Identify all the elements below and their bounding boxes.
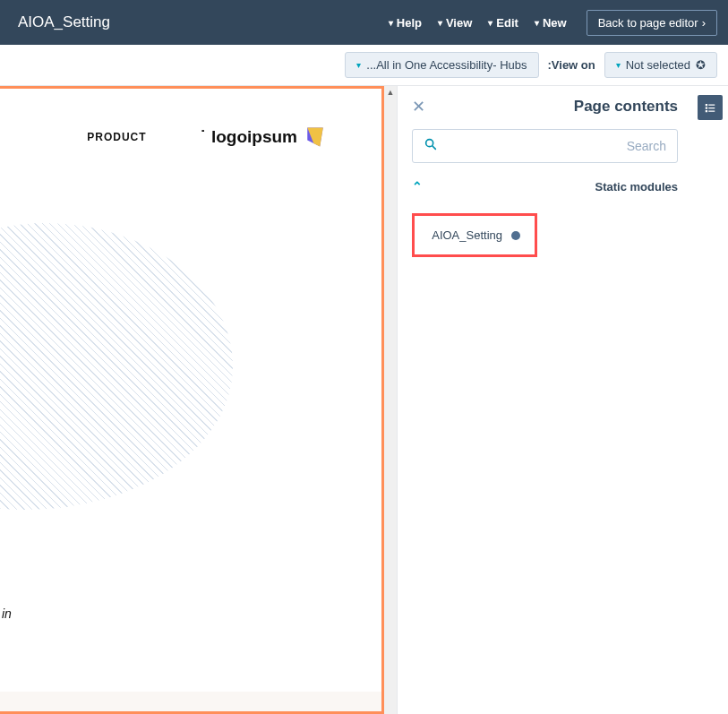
site-logo[interactable]: logoipsum˙ <box>201 125 328 150</box>
close-icon[interactable]: ✕ <box>412 97 425 116</box>
top-menu: New▾ Edit▾ View▾ Help▾ <box>389 16 567 30</box>
chevron-up-icon[interactable]: ⌃ <box>412 179 423 194</box>
chevron-down-icon: ▾ <box>438 18 442 28</box>
panel-title: Page contents <box>574 98 678 116</box>
left-rail <box>692 86 728 714</box>
chevron-down-icon: ▾ <box>535 18 539 28</box>
preview-frame: logoipsum˙ PRODUCT in <box>0 86 384 714</box>
view-on-label: View on: <box>548 58 595 72</box>
bottom-strip <box>0 692 381 711</box>
menu-edit[interactable]: Edit▾ <box>488 16 518 30</box>
back-label: Back to page editor <box>598 16 698 30</box>
top-bar: ‹ Back to page editor New▾ Edit▾ View▾ H… <box>0 0 728 45</box>
search-icon <box>424 137 438 155</box>
not-selected-dropdown[interactable]: ✪ Not selected ▾ <box>604 52 717 78</box>
section-label: Static modules <box>595 180 678 194</box>
device-dropdown[interactable]: All in One Accessibility- Hubs... ▾ <box>345 52 538 78</box>
menu-view[interactable]: View▾ <box>438 16 472 30</box>
page-title: AIOA_Setting <box>11 13 110 31</box>
menu-help[interactable]: Help▾ <box>389 16 422 30</box>
preview-area: ▲ logoipsum˙ PRODUCT in <box>0 86 397 714</box>
chevron-left-icon: ‹ <box>702 16 706 30</box>
preview-inner: logoipsum˙ PRODUCT in <box>0 89 381 711</box>
nav-product[interactable]: PRODUCT <box>87 131 146 143</box>
site-nav: logoipsum˙ PRODUCT <box>0 125 381 150</box>
contents-toggle-button[interactable] <box>698 95 723 120</box>
main-area: Page contents ✕ Static modules ⌃ AIOA_Se… <box>0 86 728 714</box>
logo-mark-icon <box>303 125 328 150</box>
module-label: AIOA_Setting <box>432 228 502 242</box>
menu-new[interactable]: New▾ <box>535 16 567 30</box>
caret-down-icon: ▾ <box>356 60 361 70</box>
panel-header: Page contents ✕ <box>412 97 678 116</box>
search-input-wrap[interactable] <box>412 129 678 163</box>
hero-snippet: in <box>2 606 12 621</box>
page-contents-panel: Page contents ✕ Static modules ⌃ AIOA_Se… <box>397 86 692 714</box>
chevron-down-icon: ▾ <box>488 18 492 28</box>
sub-bar: ✪ Not selected ▾ View on: All in One Acc… <box>0 45 728 86</box>
scroll-up-arrow[interactable]: ▲ <box>384 86 397 99</box>
search-input[interactable] <box>438 139 666 153</box>
module-dot-icon <box>511 231 520 240</box>
back-to-editor-button[interactable]: ‹ Back to page editor <box>587 10 717 36</box>
static-modules-header[interactable]: Static modules ⌃ <box>412 179 678 194</box>
globe-icon: ✪ <box>696 58 706 72</box>
logo-text: logoipsum <box>211 127 297 147</box>
svg-line-1 <box>433 146 435 149</box>
chevron-down-icon: ▾ <box>389 18 393 28</box>
list-icon <box>704 101 716 114</box>
module-aioa-setting[interactable]: AIOA_Setting <box>412 213 537 257</box>
caret-down-icon: ▾ <box>616 60 621 70</box>
preview-scrollbar[interactable]: ▲ <box>384 86 397 714</box>
hero-decor <box>0 223 233 510</box>
